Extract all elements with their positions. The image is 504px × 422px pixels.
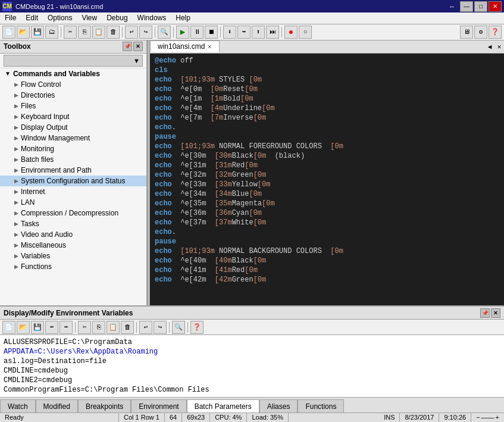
toolbox-item-tasks[interactable]: ▶ Tasks — [0, 218, 146, 229]
menu-windows[interactable]: Windows — [133, 12, 171, 23]
env-back-button[interactable]: ⬅ — [45, 321, 58, 334]
toolbar-extra-1[interactable]: 🖥 — [460, 26, 473, 39]
maximize-button[interactable]: □ — [474, 1, 487, 12]
editor-tab-close-all[interactable]: ✕ — [494, 42, 504, 51]
menu-debug[interactable]: Debug — [102, 12, 132, 23]
editor-tab-scroll-left[interactable]: ◀ — [485, 42, 494, 51]
step-to-button[interactable]: ⏭ — [266, 26, 279, 39]
menu-options[interactable]: Options — [43, 12, 77, 23]
toolbox-item-system-config[interactable]: ▶ System Configuration and Status — [0, 176, 146, 186]
menu-help[interactable]: Help — [171, 12, 195, 23]
record-button[interactable]: ● — [284, 26, 298, 39]
toolbar-sep-3 — [155, 27, 155, 37]
toolbox-item-functions[interactable]: ▶ Functions — [0, 261, 146, 272]
paste-button[interactable]: 📋 — [92, 26, 105, 39]
toolbar-extra-2[interactable]: ⚙ — [474, 26, 487, 39]
tab-breakpoints[interactable]: Breakpoints — [78, 399, 131, 412]
toolbar: 📄 📂 💾 🗂 ✂ ⎘ 📋 🗑 ↩ ↪ 🔍 ▶ ⏸ ⏹ ⬇ ➡ ⬆ ⏭ ● ○ … — [0, 24, 504, 40]
toolbox-item-compression[interactable]: ▶ Compression / Decompression — [0, 208, 146, 218]
toolbox-item-video-audio[interactable]: ▶ Video and Audio — [0, 229, 146, 240]
env-open-button[interactable]: 📂 — [17, 321, 30, 334]
copy-button[interactable]: ⎘ — [78, 26, 91, 39]
toolbox-item-monitoring[interactable]: ▶ Monitoring — [0, 143, 146, 154]
status-bar: Ready Col 1 Row 1 64 69x23 CPU: 4% Load:… — [0, 412, 504, 422]
toolbox-item-environment-path[interactable]: ▶ Environment and Path — [0, 165, 146, 176]
toolbox-dropdown: ▼ — [0, 54, 146, 68]
toolbar-extra-3[interactable]: ❓ — [489, 26, 502, 39]
menu-file[interactable]: File — [0, 12, 21, 23]
env-var-1: ALLUSERSPROFILE=C:\ProgramData — [4, 337, 500, 347]
menu-edit[interactable]: Edit — [21, 12, 43, 23]
tab-batch-parameters[interactable]: Batch Parameters — [187, 399, 259, 412]
env-redo-button[interactable]: ↪ — [154, 321, 167, 334]
toolbox-item-miscellaneous[interactable]: ▶ Miscellaneous — [0, 240, 146, 251]
menu-view[interactable]: View — [77, 12, 102, 23]
record-stop-button[interactable]: ○ — [299, 26, 312, 39]
env-delete-button[interactable]: 🗑 — [121, 321, 134, 334]
open-button[interactable]: 📂 — [17, 26, 30, 39]
status-ready: Ready — [0, 413, 119, 422]
bottom-panel-close-button[interactable]: ✕ — [491, 308, 500, 318]
toolbar-sep-2 — [122, 27, 123, 37]
toolbox-item-files[interactable]: ▶ Files — [0, 101, 146, 111]
save-button[interactable]: 💾 — [31, 26, 44, 39]
pause-button[interactable]: ⏸ — [190, 26, 204, 39]
bottom-panel: Display/Modify Environment Variables 📌 ✕… — [0, 305, 504, 412]
step-out-button[interactable]: ⬆ — [252, 26, 265, 39]
toolbox-item-directories[interactable]: ▶ Directories — [0, 90, 146, 101]
toolbox-item-batch-files[interactable]: ▶ Batch files — [0, 154, 146, 165]
env-forward-button[interactable]: ➡ — [60, 321, 73, 334]
env-help-button[interactable]: ❓ — [190, 321, 204, 334]
code-content[interactable]: @echo off cls echo [101;93m STYLES [0m e… — [150, 54, 504, 305]
step-into-button[interactable]: ⬇ — [223, 26, 236, 39]
status-zoom[interactable]: − —— + — [471, 413, 504, 422]
close-button[interactable]: ✕ — [489, 1, 502, 12]
toolbox-item-flow-control[interactable]: ▶ Flow Control — [0, 79, 146, 90]
env-new-button[interactable]: 📄 — [2, 321, 15, 334]
toolbox-dropdown-button[interactable]: ▼ — [4, 55, 143, 67]
bottom-toolbar: 📄 📂 💾 ⬅ ➡ ✂ ⎘ 📋 🗑 ↩ ↪ 🔍 ❓ — [0, 320, 504, 335]
expand-arrow: ▼ — [5, 70, 11, 77]
toolbox-pin-button[interactable]: 📌 — [123, 42, 132, 51]
step-over-button[interactable]: ➡ — [237, 26, 251, 39]
category-commands-variables[interactable]: ▼ Commands and Variables — [0, 68, 146, 79]
new-button[interactable]: 📄 — [2, 26, 15, 39]
toolbox-item-internet[interactable]: ▶ Internet — [0, 186, 146, 197]
find-button[interactable]: 🔍 — [158, 26, 171, 39]
editor-tab-win10ansi[interactable]: win10ansi.cmd ✕ — [150, 40, 220, 52]
env-find-button[interactable]: 🔍 — [172, 321, 185, 334]
toolbox-header: Toolbox 📌 ✕ — [0, 40, 146, 54]
env-save-button[interactable]: 💾 — [31, 321, 44, 334]
tab-watch[interactable]: Watch — [0, 399, 36, 412]
tab-modified[interactable]: Modified — [36, 399, 78, 412]
toolbox-item-display-output[interactable]: ▶ Display Output — [0, 122, 146, 133]
cut-button[interactable]: ✂ — [64, 26, 77, 39]
env-undo-button[interactable]: ↩ — [139, 321, 152, 334]
delete-button[interactable]: 🗑 — [107, 26, 120, 39]
tab-aliases[interactable]: Aliases — [259, 399, 298, 412]
env-toolbar-sep-4 — [187, 322, 188, 333]
env-toolbar-sep-3 — [169, 322, 170, 333]
tab-functions[interactable]: Functions — [298, 399, 344, 412]
run-button[interactable]: ▶ — [176, 26, 189, 39]
save-all-button[interactable]: 🗂 — [45, 26, 58, 39]
undo-button[interactable]: ↩ — [125, 26, 138, 39]
toolbox-item-variables[interactable]: ▶ Variables — [0, 251, 146, 261]
redo-button[interactable]: ↪ — [139, 26, 152, 39]
minimize-button[interactable]: — — [460, 1, 473, 12]
close-tab-button[interactable]: ✕ — [207, 43, 212, 50]
toolbox-item-window-management[interactable]: ▶ Window Management — [0, 133, 146, 143]
toolbox-item-keyboard-input[interactable]: ▶ Keyboard Input — [0, 111, 146, 122]
toolbox-scroll[interactable]: ▼ Commands and Variables ▶ Flow Control … — [0, 68, 146, 305]
bottom-panel-pin-button[interactable]: 📌 — [480, 308, 490, 318]
code-editor[interactable]: @echo off cls echo [101;93m STYLES [0m e… — [150, 54, 504, 305]
toolbox-close-button[interactable]: ✕ — [133, 42, 143, 51]
toolbox-item-lan[interactable]: ▶ LAN — [0, 197, 146, 208]
env-copy-button[interactable]: ⎘ — [92, 321, 105, 334]
env-paste-button[interactable]: 📋 — [107, 321, 120, 334]
toolbox-panel: Toolbox 📌 ✕ ▼ ▼ Commands and Variables ▶ — [0, 40, 148, 305]
env-cut-button[interactable]: ✂ — [78, 321, 91, 334]
bottom-content[interactable]: ALLUSERSPROFILE=C:\ProgramData APPDATA=C… — [0, 335, 504, 397]
tab-environment[interactable]: Environment — [131, 399, 186, 412]
stop-button[interactable]: ⏹ — [205, 26, 218, 39]
